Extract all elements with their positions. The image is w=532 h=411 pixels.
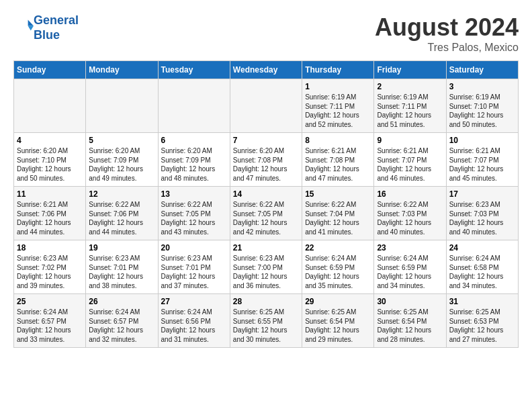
calendar-cell: 13Sunrise: 6:22 AM Sunset: 7:05 PM Dayli… (158, 187, 230, 240)
page-subtitle: Tres Palos, Mexico (375, 42, 519, 54)
calendar-cell: 23Sunrise: 6:24 AM Sunset: 6:59 PM Dayli… (374, 240, 446, 294)
calendar-cell: 27Sunrise: 6:24 AM Sunset: 6:56 PM Dayli… (158, 294, 230, 348)
day-number: 28 (233, 297, 299, 306)
day-info: Sunrise: 6:25 AM Sunset: 6:53 PM Dayligh… (449, 308, 515, 344)
calendar-cell (86, 79, 158, 133)
weekday-header-sunday: Sunday (14, 61, 86, 79)
calendar-cell (158, 79, 230, 133)
day-info: Sunrise: 6:24 AM Sunset: 6:58 PM Dayligh… (449, 254, 515, 290)
calendar-table: SundayMondayTuesdayWednesdayThursdayFrid… (13, 60, 519, 348)
calendar-cell: 22Sunrise: 6:24 AM Sunset: 6:59 PM Dayli… (302, 240, 374, 294)
calendar-cell: 29Sunrise: 6:25 AM Sunset: 6:54 PM Dayli… (302, 294, 374, 348)
day-number: 12 (89, 189, 154, 199)
day-info: Sunrise: 6:25 AM Sunset: 6:55 PM Dayligh… (233, 308, 299, 344)
calendar-cell: 16Sunrise: 6:22 AM Sunset: 7:03 PM Dayli… (374, 187, 446, 240)
logo-icon (15, 17, 34, 36)
day-info: Sunrise: 6:23 AM Sunset: 7:00 PM Dayligh… (233, 254, 299, 290)
calendar-cell: 9Sunrise: 6:21 AM Sunset: 7:07 PM Daylig… (374, 133, 446, 187)
day-number: 30 (377, 297, 443, 306)
calendar-cell (14, 79, 86, 133)
day-info: Sunrise: 6:20 AM Sunset: 7:09 PM Dayligh… (161, 146, 227, 183)
day-number: 3 (449, 82, 515, 91)
day-info: Sunrise: 6:20 AM Sunset: 7:08 PM Dayligh… (233, 146, 299, 183)
calendar-cell: 6Sunrise: 6:20 AM Sunset: 7:09 PM Daylig… (158, 133, 230, 187)
calendar-cell: 10Sunrise: 6:21 AM Sunset: 7:07 PM Dayli… (446, 133, 518, 187)
calendar-cell: 5Sunrise: 6:20 AM Sunset: 7:09 PM Daylig… (86, 133, 158, 187)
page-title: August 2024 (375, 13, 519, 42)
day-info: Sunrise: 6:25 AM Sunset: 6:54 PM Dayligh… (305, 308, 371, 344)
weekday-header-wednesday: Wednesday (230, 61, 302, 79)
day-info: Sunrise: 6:24 AM Sunset: 6:59 PM Dayligh… (377, 254, 443, 290)
day-info: Sunrise: 6:20 AM Sunset: 7:09 PM Dayligh… (89, 146, 154, 183)
calendar-cell: 12Sunrise: 6:22 AM Sunset: 7:06 PM Dayli… (86, 187, 158, 240)
calendar-cell: 15Sunrise: 6:22 AM Sunset: 7:04 PM Dayli… (302, 187, 374, 240)
day-number: 15 (305, 189, 371, 199)
calendar-cell: 17Sunrise: 6:23 AM Sunset: 7:03 PM Dayli… (446, 187, 518, 240)
day-info: Sunrise: 6:24 AM Sunset: 6:59 PM Dayligh… (305, 254, 371, 290)
day-info: Sunrise: 6:19 AM Sunset: 7:11 PM Dayligh… (377, 93, 443, 129)
title-block: August 2024 Tres Palos, Mexico (375, 13, 519, 54)
day-number: 26 (89, 297, 154, 306)
day-info: Sunrise: 6:22 AM Sunset: 7:05 PM Dayligh… (161, 200, 227, 236)
calendar-week-row: 11Sunrise: 6:21 AM Sunset: 7:06 PM Dayli… (14, 187, 519, 240)
day-info: Sunrise: 6:20 AM Sunset: 7:10 PM Dayligh… (17, 146, 83, 183)
calendar-cell: 30Sunrise: 6:25 AM Sunset: 6:54 PM Dayli… (374, 294, 446, 348)
day-number: 2 (377, 82, 443, 91)
weekday-header-tuesday: Tuesday (158, 61, 230, 79)
day-info: Sunrise: 6:21 AM Sunset: 7:08 PM Dayligh… (305, 146, 371, 183)
day-info: Sunrise: 6:22 AM Sunset: 7:05 PM Dayligh… (233, 200, 299, 236)
day-number: 5 (89, 136, 154, 145)
day-number: 21 (233, 243, 299, 253)
day-number: 1 (305, 82, 371, 91)
logo-text: General Blue (34, 13, 79, 42)
day-info: Sunrise: 6:19 AM Sunset: 7:11 PM Dayligh… (305, 93, 371, 129)
day-number: 4 (17, 136, 83, 145)
weekday-header-row: SundayMondayTuesdayWednesdayThursdayFrid… (14, 61, 519, 79)
day-number: 19 (89, 243, 154, 253)
calendar-cell: 28Sunrise: 6:25 AM Sunset: 6:55 PM Dayli… (230, 294, 302, 348)
calendar-cell: 11Sunrise: 6:21 AM Sunset: 7:06 PM Dayli… (14, 187, 86, 240)
day-number: 6 (161, 136, 227, 145)
calendar-week-row: 1Sunrise: 6:19 AM Sunset: 7:11 PM Daylig… (14, 79, 519, 133)
day-info: Sunrise: 6:21 AM Sunset: 7:07 PM Dayligh… (377, 146, 443, 183)
day-info: Sunrise: 6:22 AM Sunset: 7:04 PM Dayligh… (305, 200, 371, 236)
calendar-cell: 1Sunrise: 6:19 AM Sunset: 7:11 PM Daylig… (302, 79, 374, 133)
day-info: Sunrise: 6:21 AM Sunset: 7:06 PM Dayligh… (17, 200, 83, 236)
weekday-header-friday: Friday (374, 61, 446, 79)
page-header: General Blue August 2024 Tres Palos, Mex… (13, 13, 519, 54)
day-number: 27 (161, 297, 227, 306)
calendar-cell: 21Sunrise: 6:23 AM Sunset: 7:00 PM Dayli… (230, 240, 302, 294)
day-number: 16 (377, 189, 443, 199)
day-info: Sunrise: 6:22 AM Sunset: 7:03 PM Dayligh… (377, 200, 443, 236)
day-number: 7 (233, 136, 299, 145)
day-number: 8 (305, 136, 371, 145)
weekday-header-saturday: Saturday (446, 61, 518, 79)
day-info: Sunrise: 6:19 AM Sunset: 7:10 PM Dayligh… (449, 93, 515, 129)
calendar-cell: 3Sunrise: 6:19 AM Sunset: 7:10 PM Daylig… (446, 79, 518, 133)
day-number: 17 (449, 189, 515, 199)
day-info: Sunrise: 6:21 AM Sunset: 7:07 PM Dayligh… (449, 146, 515, 183)
calendar-cell: 14Sunrise: 6:22 AM Sunset: 7:05 PM Dayli… (230, 187, 302, 240)
day-number: 22 (305, 243, 371, 253)
day-info: Sunrise: 6:23 AM Sunset: 7:01 PM Dayligh… (89, 254, 154, 290)
day-number: 25 (17, 297, 83, 306)
day-number: 18 (17, 243, 83, 253)
day-number: 20 (161, 243, 227, 253)
day-number: 11 (17, 189, 83, 199)
svg-marker-0 (28, 19, 34, 26)
logo: General Blue (13, 13, 79, 42)
day-number: 10 (449, 136, 515, 145)
day-number: 23 (377, 243, 443, 253)
day-info: Sunrise: 6:23 AM Sunset: 7:01 PM Dayligh… (161, 254, 227, 290)
calendar-cell: 25Sunrise: 6:24 AM Sunset: 6:57 PM Dayli… (14, 294, 86, 348)
day-info: Sunrise: 6:23 AM Sunset: 7:02 PM Dayligh… (17, 254, 83, 290)
day-number: 14 (233, 189, 299, 199)
calendar-cell: 19Sunrise: 6:23 AM Sunset: 7:01 PM Dayli… (86, 240, 158, 294)
calendar-cell: 31Sunrise: 6:25 AM Sunset: 6:53 PM Dayli… (446, 294, 518, 348)
weekday-header-thursday: Thursday (302, 61, 374, 79)
day-info: Sunrise: 6:25 AM Sunset: 6:54 PM Dayligh… (377, 308, 443, 344)
day-info: Sunrise: 6:22 AM Sunset: 7:06 PM Dayligh… (89, 200, 154, 236)
day-info: Sunrise: 6:23 AM Sunset: 7:03 PM Dayligh… (449, 200, 515, 236)
calendar-week-row: 25Sunrise: 6:24 AM Sunset: 6:57 PM Dayli… (14, 294, 519, 348)
calendar-cell: 18Sunrise: 6:23 AM Sunset: 7:02 PM Dayli… (14, 240, 86, 294)
